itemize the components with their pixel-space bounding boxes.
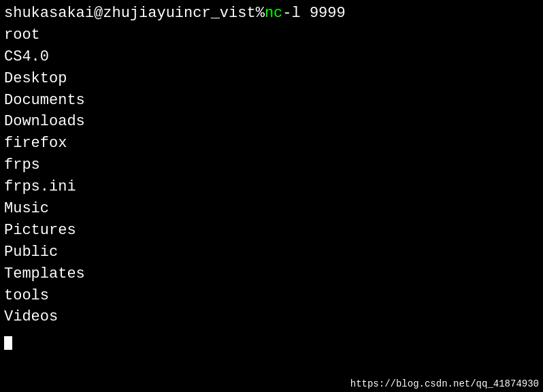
list-item: firefox (4, 133, 539, 154)
list-item: root (4, 24, 539, 46)
list-item: frps (4, 154, 539, 176)
list-item: Videos (4, 306, 539, 328)
prompt-user: shukasakai@zhujiayu (4, 3, 175, 24)
prompt-command: nc (265, 3, 282, 24)
list-item: tools (4, 285, 539, 307)
list-item: Documents (4, 90, 539, 112)
prompt-directory: incr_vist (175, 3, 256, 24)
cursor-line (4, 328, 539, 350)
directory-list: rootCS4.0DesktopDocumentsDownloadsfirefo… (4, 24, 539, 328)
list-item: Pictures (4, 220, 539, 242)
list-item: CS4.0 (4, 46, 539, 68)
status-url: https://blog.csdn.net/qq_41874930 (350, 378, 539, 389)
prompt-symbol: % (256, 3, 265, 24)
terminal-cursor (4, 336, 12, 350)
status-bar: https://blog.csdn.net/qq_41874930 (350, 378, 539, 389)
prompt-line: shukasakai@zhujiayu incr_vist % nc -l 99… (4, 3, 539, 24)
terminal-window: shukasakai@zhujiayu incr_vist % nc -l 99… (0, 0, 543, 353)
list-item: Templates (4, 263, 539, 285)
prompt-args: -l 9999 (282, 3, 345, 24)
list-item: Desktop (4, 68, 539, 90)
list-item: Music (4, 198, 539, 220)
list-item: Public (4, 242, 539, 263)
list-item: frps.ini (4, 176, 539, 198)
list-item: Downloads (4, 111, 539, 133)
